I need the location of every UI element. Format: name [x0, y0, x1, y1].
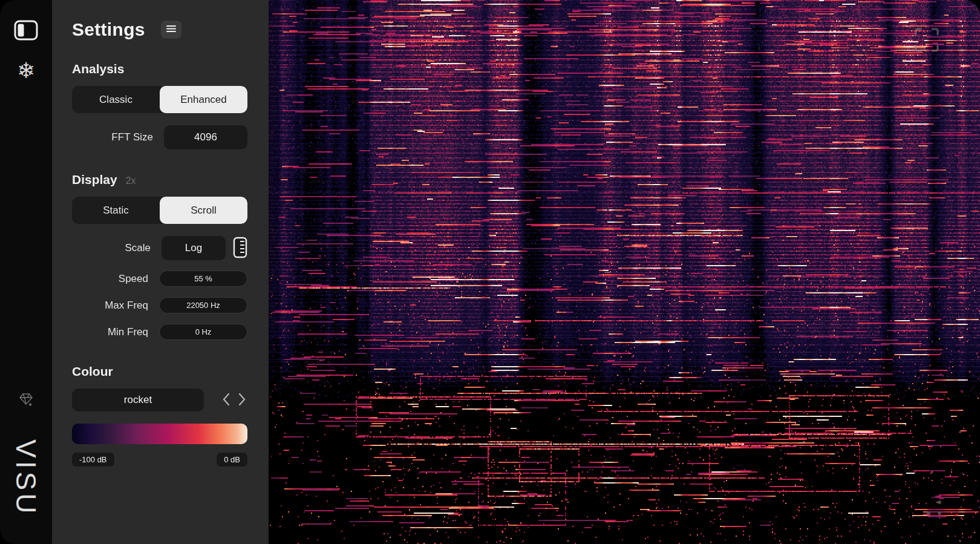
speed-row: Speed 55 %: [72, 270, 247, 287]
fft-size-row: FFT Size 4096: [72, 125, 247, 149]
scale-label: Scale: [72, 242, 151, 254]
speed-label: Speed: [72, 273, 148, 285]
app-window: ❄ VISU Settings Analysis Clas: [0, 0, 980, 544]
chevron-left-icon: [222, 392, 230, 408]
min-freq-row: Min Freq 0 Hz: [72, 324, 247, 340]
db-range-row: -100 dB 0 dB: [72, 453, 247, 467]
scale-row: Scale Log: [72, 236, 247, 260]
max-freq-label: Max Freq: [72, 300, 148, 312]
max-db-value[interactable]: 0 dB: [217, 453, 247, 467]
palette-nav: [222, 392, 246, 408]
max-freq-row: Max Freq 22050 Hz: [72, 297, 247, 313]
colour-heading: Colour: [72, 364, 247, 379]
fullscreen-icon[interactable]: [913, 27, 940, 56]
min-freq-value[interactable]: 0 Hz: [159, 324, 247, 340]
palette-next-button[interactable]: [238, 392, 246, 408]
resize-grip-icon[interactable]: [924, 498, 942, 519]
spectrogram-area[interactable]: [269, 0, 980, 544]
display-multiplier-badge: 2x: [126, 175, 136, 186]
fft-size-value[interactable]: 4096: [164, 125, 247, 149]
speed-value[interactable]: 55 %: [159, 270, 247, 287]
sidebar: ❄ VISU: [0, 0, 52, 544]
ruler-icon: [233, 237, 247, 260]
hamburger-icon: [166, 25, 176, 34]
max-freq-value[interactable]: 22050 Hz: [159, 297, 247, 313]
display-heading: Display: [72, 172, 117, 187]
scale-ruler-button[interactable]: [233, 237, 247, 260]
settings-header: Settings: [72, 19, 247, 40]
colour-gradient-bar[interactable]: [72, 424, 247, 444]
freeze-button[interactable]: ❄: [11, 57, 41, 85]
sidebar-panel-icon: [14, 20, 38, 42]
snowflake-icon: ❄: [17, 58, 35, 84]
analysis-heading: Analysis: [72, 62, 247, 76]
settings-panel: Settings Analysis Classic Enhanced FFT S…: [52, 0, 269, 544]
menu-button[interactable]: [161, 21, 181, 39]
analysis-enhanced-button[interactable]: Enhanced: [160, 86, 247, 113]
chevron-right-icon: [238, 392, 246, 408]
min-db-value[interactable]: -100 dB: [72, 453, 114, 467]
display-scroll-button[interactable]: Scroll: [160, 197, 247, 224]
panel-toggle-button[interactable]: [11, 17, 41, 45]
scale-value[interactable]: Log: [162, 236, 226, 260]
palette-select[interactable]: rocket: [72, 388, 204, 411]
display-heading-row: Display 2x: [72, 172, 247, 187]
settings-title: Settings: [72, 19, 145, 40]
analysis-mode-toggle: Classic Enhanced: [72, 86, 247, 113]
spectrogram-canvas: [269, 0, 980, 544]
fft-size-label: FFT Size: [72, 131, 153, 143]
gem-icon[interactable]: [18, 392, 34, 410]
analysis-classic-button[interactable]: Classic: [72, 86, 160, 113]
brand-logo: VISU: [10, 439, 42, 516]
min-freq-label: Min Freq: [72, 326, 148, 338]
palette-prev-button[interactable]: [222, 392, 230, 408]
display-mode-toggle: Static Scroll: [72, 197, 247, 224]
display-static-button[interactable]: Static: [72, 197, 160, 224]
palette-select-row: rocket: [72, 388, 247, 411]
